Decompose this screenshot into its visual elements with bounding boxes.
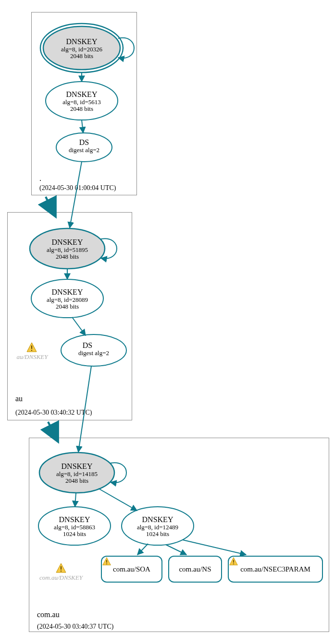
rrset-ns-label: com.au/NS (179, 565, 211, 573)
svg-text:DNSKEY: DNSKEY (142, 515, 173, 524)
svg-text:DNSKEY: DNSKEY (62, 462, 93, 470)
svg-text:1024 bits: 1024 bits (146, 530, 169, 537)
svg-text:digest alg=2: digest alg=2 (78, 349, 109, 357)
svg-text:digest alg=2: digest alg=2 (69, 146, 99, 154)
rrset-nsec3-label: com.au/NSEC3PARAM (240, 565, 310, 573)
svg-text:DS: DS (83, 341, 92, 349)
svg-text:alg=8, id=51895: alg=8, id=51895 (47, 246, 88, 253)
svg-line-29 (46, 197, 53, 211)
svg-rect-7 (106, 560, 107, 563)
svg-text:2048 bits: 2048 bits (56, 303, 79, 310)
svg-text:DNSKEY: DNSKEY (66, 37, 98, 46)
zone-comau-ts: (2024-05-30 03:40:37 UTC) (37, 623, 113, 631)
svg-text:alg=8, id=5613: alg=8, id=5613 (62, 98, 101, 106)
rrset-ns[interactable]: com.au/NS (168, 556, 222, 583)
zone-au-ts: (2024-05-30 03:40:32 UTC) (15, 409, 92, 417)
svg-text:DNSKEY: DNSKEY (52, 238, 83, 246)
svg-line-44 (48, 422, 55, 436)
svg-marker-6 (103, 558, 111, 565)
warning-icon (229, 557, 238, 566)
svg-text:alg=8, id=12489: alg=8, id=12489 (137, 524, 178, 531)
svg-text:DNSKEY: DNSKEY (52, 288, 83, 296)
svg-text:DNSKEY: DNSKEY (66, 90, 98, 98)
rrset-soa-label: com.au/SOA (113, 565, 150, 573)
rrset-soa[interactable]: com.au/SOA (101, 556, 162, 583)
svg-text:1024 bits: 1024 bits (63, 530, 86, 537)
svg-text:DNSKEY: DNSKEY (59, 515, 90, 524)
svg-marker-9 (230, 558, 238, 565)
zone-root-label: . (39, 174, 41, 183)
comau-dnskey-warning-label: com.au/DNSKEY (35, 574, 87, 582)
svg-text:DS: DS (79, 138, 89, 146)
warning-icon (102, 557, 111, 566)
svg-text:alg=8, id=14185: alg=8, id=14185 (56, 470, 98, 477)
zone-root-ts: (2024-05-30 01:00:04 UTC) (39, 184, 116, 192)
rrset-nsec3[interactable]: com.au/NSEC3PARAM (228, 556, 323, 583)
au-dnskey-warning-label: au/DNSKEY (6, 353, 59, 361)
zone-au-label: au (15, 394, 23, 403)
svg-rect-11 (233, 563, 234, 564)
svg-text:alg=8, id=58863: alg=8, id=58863 (54, 524, 95, 531)
svg-text:2048 bits: 2048 bits (70, 52, 93, 60)
svg-text:2048 bits: 2048 bits (65, 477, 88, 484)
svg-rect-10 (233, 560, 234, 563)
svg-text:alg=8, id=28089: alg=8, id=28089 (47, 296, 88, 303)
svg-rect-8 (106, 563, 107, 564)
zone-comau-label: com.au (37, 610, 60, 619)
svg-text:alg=8, id=20326: alg=8, id=20326 (61, 46, 103, 53)
svg-text:2048 bits: 2048 bits (70, 105, 93, 112)
svg-text:2048 bits: 2048 bits (56, 253, 79, 260)
